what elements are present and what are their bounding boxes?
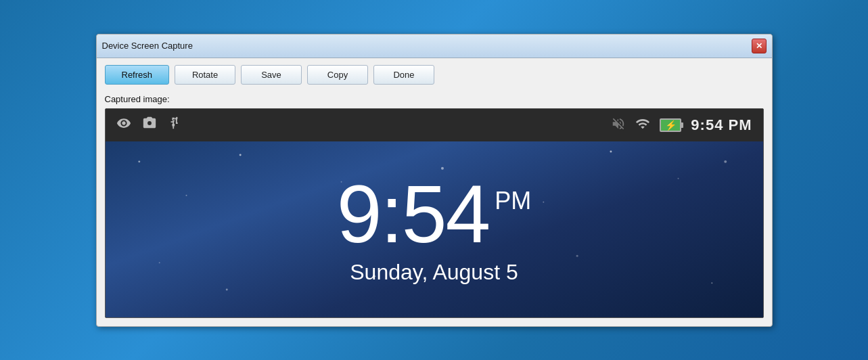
svg-point-0 <box>138 160 140 162</box>
status-bar-right-icons: ⚡ 9:54 PM <box>611 116 752 134</box>
title-bar: Device Screen Capture ✕ <box>97 35 772 58</box>
svg-point-13 <box>711 282 712 284</box>
lockscreen-time: 9:54 <box>337 173 490 254</box>
lockscreen-date: Sunday, August 5 <box>350 260 518 285</box>
main-window: Device Screen Capture ✕ Refresh Rotate S… <box>96 34 773 327</box>
svg-point-9 <box>158 262 160 263</box>
lockscreen-time-suffix: PM <box>495 187 531 215</box>
svg-point-6 <box>610 150 612 152</box>
svg-point-5 <box>543 201 544 202</box>
svg-point-12 <box>576 254 578 256</box>
close-button[interactable]: ✕ <box>752 39 767 53</box>
camera-icon <box>142 116 157 134</box>
usb-icon <box>168 116 183 134</box>
copy-button[interactable]: Copy <box>307 65 368 85</box>
wifi-icon <box>635 116 650 134</box>
android-status-bar: ⚡ 9:54 PM <box>106 109 763 141</box>
save-button[interactable]: Save <box>241 65 302 85</box>
screen-capture-area: ⚡ 9:54 PM <box>105 108 764 318</box>
done-button[interactable]: Done <box>373 65 434 85</box>
battery-bolt: ⚡ <box>665 120 677 131</box>
status-bar-time: 9:54 PM <box>691 116 752 134</box>
svg-point-8 <box>724 160 727 162</box>
refresh-button[interactable]: Refresh <box>105 65 170 85</box>
toolbar: Refresh Rotate Save Copy Done <box>97 58 772 91</box>
eye-icon <box>116 116 131 134</box>
status-bar-left-icons <box>116 116 183 134</box>
mute-icon <box>611 116 626 134</box>
svg-point-2 <box>239 154 241 156</box>
lockscreen-time-display: 9:54 PM <box>337 173 532 254</box>
lockscreen-body: 9:54 PM Sunday, August 5 <box>106 141 763 317</box>
svg-point-7 <box>677 177 679 179</box>
svg-point-1 <box>185 194 187 196</box>
rotate-button[interactable]: Rotate <box>175 65 235 85</box>
svg-point-10 <box>225 288 227 290</box>
captured-image-label: Captured image: <box>97 91 772 108</box>
window-title: Device Screen Capture <box>102 41 193 51</box>
battery-icon: ⚡ <box>660 118 681 132</box>
